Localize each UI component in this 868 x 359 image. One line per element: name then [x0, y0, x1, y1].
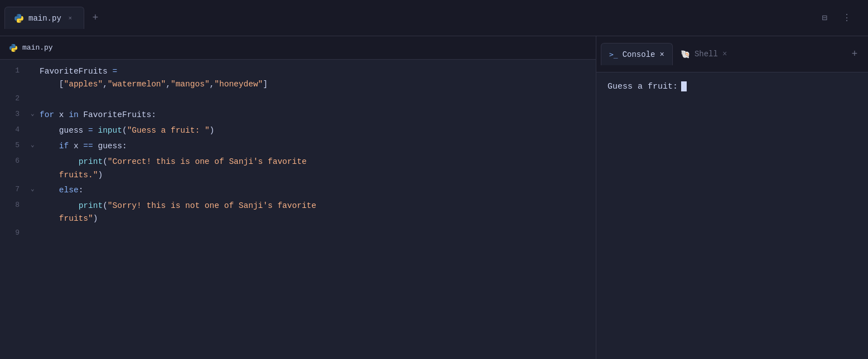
code-line-2: 2: [0, 92, 596, 108]
console-cursor: [681, 81, 687, 91]
more-options-button[interactable]: ⋮: [839, 10, 855, 26]
code-line-5: 5 ⌄ if x == guess:: [0, 139, 596, 154]
code-line-1: 1 FavoriteFruits = ["apples","watermelon…: [0, 64, 596, 92]
fold-arrow-1: [31, 64, 40, 66]
shell-tab-label: Shell: [695, 50, 718, 59]
console-prompt-text: Guess a fruit:: [607, 82, 678, 91]
tab-add-button[interactable]: +: [86, 9, 104, 27]
code-content-8: print("Sorry! this is not one of Sanji's…: [40, 198, 596, 226]
console-tab[interactable]: >_ Console ×: [601, 43, 673, 65]
code-editor[interactable]: 1 FavoriteFruits = ["apples","watermelon…: [0, 60, 596, 359]
line-number-5: 5: [0, 139, 31, 152]
console-output-area: Guess a fruit:: [596, 72, 868, 359]
line-number-2: 2: [0, 92, 31, 105]
tab-filename: main.py: [28, 14, 61, 23]
code-content-9: [40, 226, 596, 241]
code-content-7: else:: [40, 183, 596, 198]
python-icon: [14, 13, 24, 23]
editor-tab-bar: main.py × + ⊟ ⋮: [0, 0, 868, 36]
code-line-6: 6 print("Correct! this is one of Sanji's…: [0, 154, 596, 182]
line-number-4: 4: [0, 123, 31, 136]
console-prompt-line: Guess a fruit:: [607, 81, 857, 91]
fold-arrow-3[interactable]: ⌄: [31, 108, 40, 119]
shell-tab-close-button[interactable]: ×: [722, 50, 727, 59]
fold-arrow-2: [31, 92, 40, 94]
right-tab-add-button[interactable]: +: [846, 45, 864, 63]
code-content-2: [40, 92, 596, 107]
line-number-7: 7: [0, 183, 31, 196]
line-number-1: 1: [0, 64, 31, 77]
breadcrumb-python-icon: [9, 43, 18, 52]
code-line-7: 7 ⌄ else:: [0, 183, 596, 198]
right-panel: >_ Console × 🐚 Shell × + Guess a fruit:: [596, 36, 868, 359]
code-content-6: print("Correct! this is one of Sanji's f…: [40, 154, 596, 182]
line-number-3: 3: [0, 108, 31, 120]
main-py-tab[interactable]: main.py ×: [4, 7, 84, 29]
fold-arrow-4: [31, 123, 40, 125]
code-line-3: 3 ⌄ for x in FavoriteFruits:: [0, 108, 596, 123]
line-number-8: 8: [0, 198, 31, 211]
code-content-3: for x in FavoriteFruits:: [40, 108, 596, 123]
fold-arrow-8: [31, 198, 40, 201]
shell-tab[interactable]: 🐚 Shell ×: [673, 43, 735, 65]
console-tab-icon: >_: [609, 50, 618, 59]
code-line-9: 9: [0, 226, 596, 242]
tab-close-button[interactable]: ×: [66, 14, 75, 23]
file-breadcrumb: main.py: [0, 36, 596, 60]
shell-icon: 🐚: [681, 50, 690, 59]
fold-arrow-7[interactable]: ⌄: [31, 183, 40, 195]
code-content-5: if x == guess:: [40, 139, 596, 154]
line-number-6: 6: [0, 154, 31, 167]
fold-arrow-6: [31, 154, 40, 157]
code-line-8: 8 print("Sorry! this is not one of Sanji…: [0, 198, 596, 226]
console-tab-label: Console: [623, 50, 655, 59]
fold-arrow-9: [31, 226, 40, 229]
code-line-4: 4 guess = input("Guess a fruit: "): [0, 123, 596, 139]
layout-toggle-button[interactable]: ⊟: [817, 10, 832, 26]
right-tab-bar: >_ Console × 🐚 Shell × +: [596, 36, 868, 72]
main-content: main.py 1 FavoriteFruits = ["apples","wa…: [0, 36, 868, 359]
fold-arrow-5[interactable]: ⌄: [31, 139, 40, 151]
editor-toolbar-actions: ⊟ ⋮: [817, 10, 864, 26]
console-tab-close-button[interactable]: ×: [659, 50, 664, 59]
code-content-1: FavoriteFruits = ["apples","watermelon",…: [40, 64, 596, 92]
editor-panel: main.py 1 FavoriteFruits = ["apples","wa…: [0, 36, 596, 359]
code-content-4: guess = input("Guess a fruit: "): [40, 123, 596, 138]
line-number-9: 9: [0, 226, 31, 239]
breadcrumb-filename: main.py: [22, 43, 53, 52]
